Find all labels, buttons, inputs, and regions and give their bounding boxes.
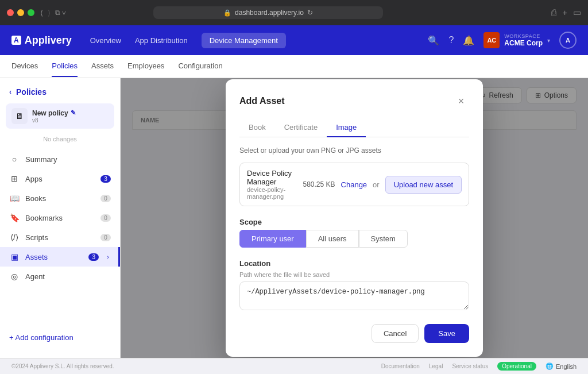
- policy-item[interactable]: 🖥 New policy ✎ v8: [6, 103, 114, 129]
- nav-app-distribution[interactable]: App Distribution: [135, 34, 188, 47]
- file-name: Device Policy Manager: [247, 169, 297, 186]
- sub-nav: Devices Policies Assets Employees Config…: [0, 55, 588, 78]
- copyright: ©2024 Applivery S.L. All rights reserved…: [11, 363, 114, 369]
- file-selector: Device Policy Manager device-policy-mana…: [239, 163, 469, 206]
- sidebar-label-apps: Apps: [25, 175, 42, 183]
- content-area: ↻ Refresh ⊞ Options Name Add Asset ×: [121, 78, 588, 358]
- sidebar-item-assets[interactable]: ▣ Assets 3 ›: [0, 247, 120, 267]
- modal-close-button[interactable]: ×: [453, 93, 469, 109]
- footer-legal[interactable]: Legal: [429, 363, 443, 369]
- subnav-policies[interactable]: Policies: [52, 56, 78, 77]
- books-badge: 0: [100, 195, 111, 202]
- sidebar-toggle-icon[interactable]: ▭: [573, 7, 581, 18]
- scope-label: Scope: [239, 218, 469, 226]
- books-icon: 📖: [9, 194, 20, 203]
- summary-icon: ○: [9, 155, 20, 164]
- sidebar-back-label: Policies: [16, 87, 47, 97]
- maximize-traffic-light[interactable]: [28, 9, 34, 16]
- tab-certificate[interactable]: Certificate: [275, 118, 327, 137]
- scope-primary-user[interactable]: Primary user: [239, 230, 306, 248]
- location-label: Location: [239, 259, 469, 268]
- upload-new-asset-button[interactable]: Upload new asset: [385, 176, 462, 194]
- workspace-selector[interactable]: AC WORKSPACE ACME Corp ▾: [483, 32, 550, 48]
- sidebar-item-apps[interactable]: ⊞ Apps 3: [0, 169, 120, 188]
- chevron-down-icon: ▾: [547, 37, 550, 44]
- file-subname: device-policy-manager.png: [247, 186, 297, 200]
- tab-book[interactable]: Book: [239, 118, 275, 137]
- subnav-assets[interactable]: Assets: [91, 56, 114, 77]
- sidebar-item-agent[interactable]: ◎ Agent: [0, 267, 120, 286]
- sidebar-label-summary: Summary: [25, 155, 57, 164]
- address-bar[interactable]: 🔒 dashboard.applivery.io ↻: [153, 6, 383, 19]
- logo[interactable]: A Applivery: [11, 34, 72, 47]
- cancel-button[interactable]: Cancel: [372, 324, 419, 343]
- modal-overlay: Add Asset × Book Certificate Image Selec…: [121, 78, 588, 358]
- window-controls: ⧉ ∨: [55, 9, 66, 17]
- policy-version: v8: [32, 117, 109, 124]
- scope-buttons: Primary user All users System: [239, 230, 469, 248]
- scope-all-users[interactable]: All users: [306, 230, 359, 248]
- scope-system[interactable]: System: [359, 230, 408, 248]
- assets-chevron-icon: ›: [107, 253, 109, 260]
- status-badge: Operational: [497, 362, 536, 371]
- sidebar-item-scripts[interactable]: ⟨/⟩ Scripts 0: [0, 228, 120, 247]
- footer-documentation[interactable]: Documentation: [381, 363, 420, 369]
- app: A Applivery Overview App Distribution De…: [0, 25, 588, 374]
- nav-right: 🔍 ? 🔔 AC WORKSPACE ACME Corp ▾ A: [428, 32, 577, 49]
- save-button[interactable]: Save: [424, 324, 469, 343]
- sidebar-item-bookmarks[interactable]: 🔖 Bookmarks 0: [0, 208, 120, 228]
- file-size: 580.25 KB: [303, 180, 335, 188]
- logo-text: Applivery: [25, 34, 72, 47]
- new-tab-icon[interactable]: +: [562, 7, 567, 18]
- search-icon[interactable]: 🔍: [428, 35, 439, 46]
- bell-icon[interactable]: 🔔: [463, 35, 474, 46]
- nav-device-management[interactable]: Device Management: [202, 33, 286, 48]
- sidebar: ‹ Policies 🖥 New policy ✎ v8 No changes …: [0, 78, 121, 358]
- subnav-employees[interactable]: Employees: [127, 56, 164, 77]
- nav-overview[interactable]: Overview: [90, 34, 121, 47]
- add-config-label: + Add configuration: [9, 333, 74, 342]
- sidebar-label-assets: Assets: [25, 253, 48, 261]
- apps-icon: ⊞: [9, 174, 20, 183]
- minimize-traffic-light[interactable]: [17, 9, 24, 16]
- share-icon[interactable]: ⎙: [551, 7, 556, 18]
- agent-icon: ◎: [9, 272, 20, 281]
- modal-header: Add Asset ×: [239, 93, 469, 109]
- file-info: Device Policy Manager device-policy-mana…: [247, 169, 297, 200]
- policy-icon: 🖥: [11, 108, 28, 124]
- sidebar-item-books[interactable]: 📖 Books 0: [0, 188, 120, 208]
- assets-icon: ▣: [9, 252, 20, 261]
- or-text: or: [373, 180, 380, 189]
- sidebar-label-agent: Agent: [25, 272, 45, 281]
- add-configuration-button[interactable]: + Add configuration: [0, 326, 120, 349]
- url-text: dashboard.applivery.io: [235, 9, 304, 17]
- change-file-button[interactable]: Change: [341, 180, 368, 189]
- sidebar-back[interactable]: ‹ Policies: [0, 87, 120, 103]
- close-traffic-light[interactable]: [7, 9, 14, 16]
- sidebar-label-scripts: Scripts: [25, 233, 48, 242]
- subnav-devices[interactable]: Devices: [11, 56, 38, 77]
- traffic-lights: [7, 9, 34, 16]
- avatar[interactable]: A: [559, 32, 577, 49]
- sidebar-label-bookmarks: Bookmarks: [25, 214, 63, 222]
- footer-service-status[interactable]: Service status: [452, 363, 488, 369]
- browser-chrome: ⟨ ⟩ ⧉ ∨ 🔒 dashboard.applivery.io ↻ ⎙ + ▭: [0, 0, 588, 25]
- help-icon[interactable]: ?: [448, 35, 454, 45]
- reload-icon[interactable]: ↻: [307, 9, 313, 17]
- language-selector[interactable]: 🌐 English: [546, 363, 577, 370]
- back-button[interactable]: ⟨: [40, 9, 43, 17]
- forward-button[interactable]: ⟩: [48, 9, 51, 17]
- workspace-info: WORKSPACE ACME Corp: [504, 33, 543, 47]
- tab-image[interactable]: Image: [327, 118, 366, 137]
- modal-title: Add Asset: [239, 96, 285, 106]
- edit-icon[interactable]: ✎: [71, 109, 76, 117]
- sidebar-item-summary[interactable]: ○ Summary: [0, 149, 120, 169]
- top-nav: A Applivery Overview App Distribution De…: [0, 25, 588, 55]
- assets-badge: 3: [88, 253, 99, 261]
- workspace-name: ACME Corp: [504, 39, 543, 47]
- subnav-configuration[interactable]: Configuration: [178, 56, 222, 77]
- add-asset-modal: Add Asset × Book Certificate Image Selec…: [226, 79, 483, 357]
- policy-name: New policy ✎: [32, 109, 109, 117]
- location-input[interactable]: ~/AppliveryAssets/device-policy-manager.…: [239, 282, 469, 310]
- no-changes-label: No changes: [0, 133, 120, 149]
